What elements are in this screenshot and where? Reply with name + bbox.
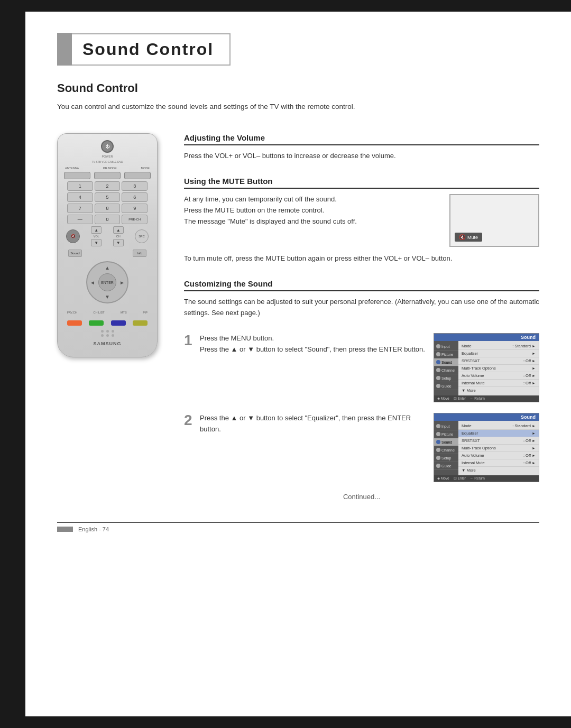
- num-btn-7[interactable]: 7: [67, 204, 93, 213]
- enter-button[interactable]: ENTER: [98, 273, 116, 291]
- chapter-title-gray-bar: [57, 33, 72, 66]
- num-btn-6[interactable]: 6: [122, 192, 148, 202]
- dot-5: [106, 334, 109, 337]
- num-btn-9[interactable]: 9: [122, 204, 148, 213]
- nav-right: ►: [119, 280, 125, 285]
- nav-area: ▲ ▼ ◄ ► ENTER: [63, 259, 152, 306]
- num-btn-1[interactable]: 1: [67, 181, 93, 191]
- dot-row-1: [63, 330, 152, 333]
- section-customizing-sound: Customizing the Sound The sound settings…: [184, 279, 539, 319]
- tv-menu-footer-1: ◈ Move ⊡ Enter ← Return: [434, 395, 539, 402]
- sidebar-item-setup-2: Setup: [434, 454, 458, 462]
- color-buttons: FAV.CH CH.LIST MTS PIP: [63, 309, 152, 316]
- dot-4: [101, 334, 104, 337]
- tv-menu-main-2: Mode : Standard ► Equalizer ► SRSTSXT : …: [458, 421, 539, 475]
- bottom-bar: [0, 716, 571, 728]
- prmode-label: PR.MODE: [103, 167, 117, 170]
- row-value-av-2: : Off ►: [523, 453, 536, 458]
- ch-up-btn[interactable]: ▲: [113, 226, 124, 234]
- color-btn-yellow[interactable]: [133, 320, 148, 326]
- sidebar-icon-guide-1: [436, 384, 440, 388]
- number-grid: 1 2 3 4 5 6 7 8 9 — 0 PRE-CH: [63, 181, 152, 224]
- dot-6: [112, 334, 114, 337]
- sidebar-icon-input-1: [436, 344, 440, 348]
- vol-label: VOL: [94, 235, 99, 238]
- chapter-title: Sound Control: [82, 40, 214, 59]
- num-btn-prech[interactable]: PRE-CH: [122, 215, 148, 224]
- mute-badge: 🔇 Mute: [455, 233, 482, 242]
- info-btn[interactable]: Info: [133, 250, 146, 257]
- mute-text-4: To turn mute off, press the MUTE button …: [184, 253, 539, 264]
- tv-menu-main-1: Mode : Standard ► Equalizer ► SRSTSXT : …: [458, 341, 539, 395]
- step-2-text: Press the ▲ or ▼ button to select "Equal…: [200, 413, 425, 435]
- tv-menu-row-srs-1: SRSTSXT : Off ►: [458, 357, 539, 365]
- mute-button-title: Using the MUTE Button: [184, 177, 539, 189]
- vol-up-btn[interactable]: ▲: [91, 226, 102, 234]
- mute-icon: 🔇: [459, 234, 465, 240]
- row-label-srs-2: SRSTSXT: [462, 438, 480, 443]
- step-1-number: 1: [184, 333, 195, 348]
- power-button[interactable]: ⏻: [101, 140, 114, 153]
- mode-btn[interactable]: [124, 172, 151, 179]
- tv-menu-footer-2: ◈ Move ⊡ Enter ← Return: [434, 475, 539, 482]
- sidebar-icon-picture-1: [436, 352, 440, 356]
- mute-screen-box: 🔇 Mute: [449, 194, 539, 247]
- dot-row-2: [63, 334, 152, 337]
- color-btn-blue[interactable]: [111, 320, 126, 326]
- source-button[interactable]: SRC: [135, 229, 149, 243]
- prmode-btn[interactable]: [94, 172, 121, 179]
- mute-button-remote[interactable]: 🔇: [66, 229, 80, 243]
- sidebar-label-channel-2: Channel: [441, 448, 455, 452]
- num-btn-dash[interactable]: —: [67, 215, 93, 224]
- nav-left: ◄: [90, 280, 95, 285]
- tv-menu-row-mto-2: Multi-Track Options ►: [458, 445, 539, 452]
- ch-down-btn[interactable]: ▼: [113, 239, 124, 246]
- sidebar-item-sound-1: Sound: [434, 358, 458, 366]
- row-label-srs-1: SRSTSXT: [462, 358, 480, 363]
- sound-btn[interactable]: Sound: [68, 250, 82, 257]
- remote-container: ⏻ POWER TV STB VCR CABLE DVD ANTENNA PR.…: [57, 133, 163, 357]
- antenna-btn[interactable]: [64, 172, 90, 179]
- sidebar-item-channel-2: Channel: [434, 446, 458, 454]
- sidebar-label-setup-2: Setup: [441, 456, 451, 460]
- color-btn-green[interactable]: [89, 320, 104, 326]
- row-label-av-2: Auto Volume: [462, 453, 484, 458]
- tv-menu-more-2: ▼ More: [458, 467, 539, 474]
- tv-menu-row-mode-1: Mode : Standard ►: [458, 343, 539, 350]
- color-btn-red[interactable]: [67, 320, 82, 326]
- mts-label: MTS: [121, 311, 127, 314]
- footer-move-1: ◈ Move: [437, 397, 449, 401]
- footer-page-text: English - 74: [78, 526, 109, 532]
- sidebar-icon-sound-2: [436, 440, 440, 444]
- ch-col: ▲ CH ▼: [113, 226, 124, 246]
- continued-text: Continued...: [184, 493, 539, 501]
- sidebar-label-sound-1: Sound: [441, 361, 452, 364]
- sidebar-item-input-2: Input: [434, 422, 458, 430]
- num-btn-3[interactable]: 3: [122, 181, 148, 191]
- left-bar: [0, 0, 25, 728]
- sound-info-row: Sound Info: [63, 250, 152, 257]
- vol-ch-area: 🔇 ▲ VOL ▼ ▲ CH ▼ SRC: [63, 226, 152, 246]
- row-arrow-eq-2: ►: [532, 431, 536, 435]
- row-value-mode-1: : Standard ►: [512, 344, 536, 348]
- dot-1: [101, 330, 104, 333]
- tv-menu-row-im-1: Internal Mute : Off ►: [458, 380, 539, 387]
- adjusting-volume-text: Press the VOL+ or VOL– buttons to increa…: [184, 151, 539, 162]
- sidebar-item-picture-1: Picture: [434, 351, 458, 358]
- dot-2: [106, 330, 109, 333]
- num-btn-2[interactable]: 2: [95, 181, 121, 191]
- right-content: Adjusting the Volume Press the VOL+ or V…: [184, 133, 539, 501]
- remote-top: ⏻ POWER TV STB VCR CABLE DVD: [63, 140, 152, 163]
- sidebar-item-guide-2: Guide: [434, 462, 458, 470]
- sidebar-label-guide-1: Guide: [441, 384, 452, 388]
- num-btn-4[interactable]: 4: [67, 192, 93, 202]
- num-btn-0[interactable]: 0: [95, 215, 121, 224]
- vol-down-btn[interactable]: ▼: [91, 239, 102, 246]
- chapter-title-block: Sound Control: [57, 33, 539, 66]
- num-btn-8[interactable]: 8: [95, 204, 121, 213]
- step-2-left: 2 Press the ▲ or ▼ button to select "Equ…: [184, 413, 425, 435]
- sidebar-label-input-2: Input: [441, 425, 450, 428]
- num-btn-5[interactable]: 5: [95, 192, 121, 202]
- customizing-sound-text: The sound settings can be adjusted to su…: [184, 297, 539, 319]
- row-label-eq-1: Equalizer: [462, 351, 478, 356]
